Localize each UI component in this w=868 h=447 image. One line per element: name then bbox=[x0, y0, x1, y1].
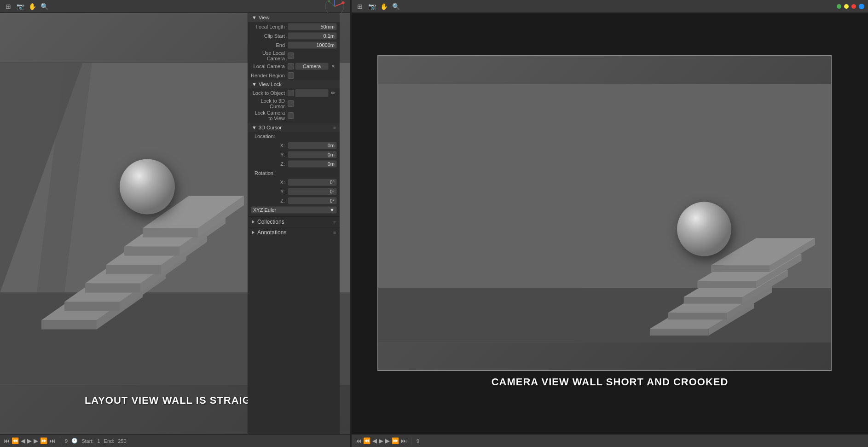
end-label: End: bbox=[104, 438, 115, 444]
rotation-label: Rotation: bbox=[251, 170, 275, 176]
render-region-label: Render Region bbox=[251, 73, 288, 78]
view-section-header[interactable]: ▼ View bbox=[248, 13, 340, 22]
prev-keyframe-icon[interactable]: ⏪ bbox=[12, 437, 19, 444]
view-section-title: View bbox=[259, 15, 270, 20]
annotations-triangle bbox=[252, 231, 255, 234]
right-prev-frame-icon[interactable]: ◀ bbox=[372, 437, 377, 444]
use-local-camera-checkbox[interactable] bbox=[288, 52, 294, 59]
view-lock-header[interactable]: ▼ View Lock bbox=[248, 80, 340, 88]
lock-3d-cursor-label: Lock to 3D Cursor bbox=[251, 98, 288, 109]
render-region-checkbox[interactable] bbox=[288, 72, 294, 79]
camera-icon[interactable]: 📷 bbox=[16, 2, 25, 11]
right-viewport-label: CAMERA VIEW WALL SHORT AND CROOKED bbox=[492, 376, 729, 388]
focal-length-label: Focal Length bbox=[251, 24, 288, 29]
collections-menu[interactable]: ≡ bbox=[333, 220, 336, 225]
svg-text:X: X bbox=[343, 1, 346, 5]
svg-marker-29 bbox=[124, 247, 179, 256]
rot-y-row: Y: 0° bbox=[248, 187, 340, 196]
right-frame-info: 9 bbox=[417, 438, 419, 444]
dot-blue bbox=[859, 4, 864, 9]
right-search-icon[interactable]: 🔍 bbox=[391, 2, 400, 11]
svg-marker-43 bbox=[668, 313, 727, 319]
rot-x-row: X: 0° bbox=[248, 178, 340, 187]
right-playback-controls[interactable]: ⏮ ⏪ ◀ ▶ ▶ ⏩ ⏭ bbox=[355, 437, 407, 444]
cursor-3d-menu[interactable]: ≡ bbox=[333, 125, 336, 130]
right-play-icon[interactable]: ▶ bbox=[379, 437, 383, 444]
search-icon[interactable]: 🔍 bbox=[40, 2, 49, 11]
view-lock-triangle: ▼ bbox=[252, 81, 257, 87]
eyedropper-icon[interactable]: ✏ bbox=[330, 90, 337, 96]
next-keyframe-icon[interactable]: ⏩ bbox=[40, 437, 47, 444]
svg-line-4 bbox=[335, 3, 342, 6]
rotation-label-row: Rotation: bbox=[248, 168, 340, 178]
cursor-3d-title: 3D Cursor bbox=[259, 125, 282, 130]
svg-marker-52 bbox=[711, 265, 770, 272]
right-jump-start-icon[interactable]: ⏮ bbox=[355, 437, 361, 444]
focal-length-row: Focal Length 50mm bbox=[248, 22, 340, 31]
start-value[interactable]: 1 bbox=[97, 438, 100, 444]
cursor-x-label: X: bbox=[251, 143, 288, 148]
next-frame-icon[interactable]: ▶ bbox=[34, 437, 38, 444]
focal-length-value[interactable]: 50mm bbox=[288, 23, 337, 30]
right-next-keyframe-icon[interactable]: ⏩ bbox=[392, 437, 399, 444]
clip-end-row: End 10000m bbox=[248, 41, 340, 50]
local-camera-close[interactable]: × bbox=[330, 63, 337, 70]
right-grid-icon[interactable]: ⊞ bbox=[355, 2, 365, 11]
right-camera-icon[interactable]: 📷 bbox=[367, 2, 376, 11]
clip-end-value[interactable]: 10000m bbox=[288, 41, 337, 49]
hand-icon[interactable]: ✋ bbox=[28, 2, 37, 11]
clip-start-value[interactable]: 0.1m bbox=[288, 32, 337, 40]
collections-row[interactable]: Collections ≡ bbox=[248, 216, 340, 227]
cursor-y-label: Y: bbox=[251, 152, 288, 157]
rot-x-label: X: bbox=[251, 180, 288, 185]
rotation-mode-dropdown[interactable]: XYZ Euler ▼ bbox=[251, 206, 337, 214]
lock-to-object-toggle[interactable] bbox=[288, 90, 294, 96]
rotation-mode-label: XYZ Euler bbox=[253, 207, 276, 213]
local-camera-value[interactable]: Camera bbox=[295, 63, 329, 70]
cursor-z-label: Z: bbox=[251, 161, 288, 167]
local-camera-toggle[interactable] bbox=[288, 63, 294, 70]
jump-end-icon[interactable]: ⏭ bbox=[49, 437, 55, 444]
cursor-z-row: Z: 0m bbox=[248, 159, 340, 168]
jump-start-icon[interactable]: ⏮ bbox=[4, 437, 10, 444]
lock-to-object-label: Lock to Object bbox=[251, 90, 288, 96]
cursor-z-value[interactable]: 0m bbox=[288, 160, 337, 168]
lock-to-object-input[interactable] bbox=[295, 89, 329, 97]
cursor-y-value[interactable]: 0m bbox=[288, 151, 337, 158]
left-bottom-bar: ⏮ ⏪ ◀ ▶ ▶ ⏩ ⏭ 9 🕐 Start: 1 End: 250 bbox=[0, 434, 350, 447]
play-icon[interactable]: ▶ bbox=[27, 437, 32, 444]
annotations-row[interactable]: Annotations ≡ bbox=[248, 227, 340, 238]
cursor-x-value[interactable]: 0m bbox=[288, 142, 337, 149]
rot-z-row: Z: 0° bbox=[248, 196, 340, 205]
annotations-menu[interactable]: ≡ bbox=[333, 230, 336, 235]
right-bottom-bar: ⏮ ⏪ ◀ ▶ ▶ ⏩ ⏭ 9 bbox=[352, 434, 868, 447]
rot-z-value[interactable]: 0° bbox=[288, 197, 337, 204]
right-scene: CAMERA VIEW WALL SHORT AND CROOKED bbox=[352, 13, 868, 434]
view-section-triangle: ▼ bbox=[252, 15, 257, 20]
dot-yellow bbox=[844, 4, 849, 9]
cursor-3d-header[interactable]: ▼ 3D Cursor ≡ bbox=[248, 123, 340, 132]
right-hand-icon[interactable]: ✋ bbox=[379, 2, 388, 11]
right-current-frame: 9 bbox=[417, 438, 419, 444]
clip-start-label: Clip Start bbox=[251, 33, 288, 39]
lock-3d-cursor-checkbox[interactable] bbox=[288, 100, 294, 107]
end-value[interactable]: 250 bbox=[118, 438, 126, 444]
dropdown-chevron: ▼ bbox=[330, 207, 335, 213]
right-jump-end-icon[interactable]: ⏭ bbox=[401, 437, 407, 444]
lock-camera-checkbox[interactable] bbox=[288, 112, 294, 119]
right-next-frame-icon[interactable]: ▶ bbox=[385, 437, 390, 444]
rot-x-value[interactable]: 0° bbox=[288, 179, 337, 186]
right-prev-keyframe-icon[interactable]: ⏪ bbox=[363, 437, 370, 444]
svg-marker-46 bbox=[684, 297, 743, 304]
right-toolbar: ⊞ 📷 ✋ 🔍 bbox=[352, 0, 868, 13]
clip-start-row: Clip Start 0.1m bbox=[248, 31, 340, 41]
playback-controls[interactable]: ⏮ ⏪ ◀ ▶ ▶ ⏩ ⏭ bbox=[4, 437, 55, 444]
current-frame: 9 bbox=[65, 438, 68, 444]
svg-marker-32 bbox=[143, 228, 198, 238]
rot-y-value[interactable]: 0° bbox=[288, 188, 337, 195]
prev-frame-icon[interactable]: ◀ bbox=[21, 437, 25, 444]
grid-icon[interactable]: ⊞ bbox=[4, 2, 13, 11]
rot-y-label: Y: bbox=[251, 189, 288, 194]
cursor-y-row: Y: 0m bbox=[248, 150, 340, 159]
lock-to-object-row: Lock to Object ✏ bbox=[248, 88, 340, 98]
